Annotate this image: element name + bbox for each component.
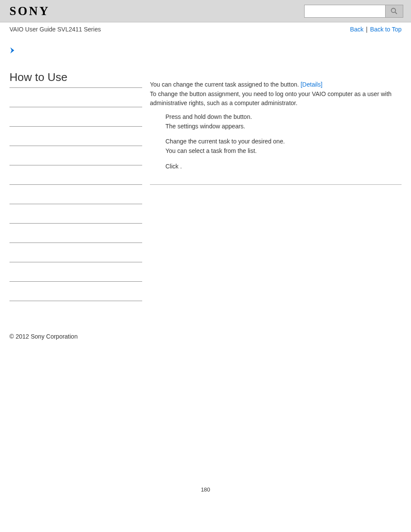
step-item: Click . [165, 162, 402, 171]
step-text: Press and hold down the [165, 113, 234, 120]
details-link[interactable]: [Details] [301, 81, 323, 88]
sidebar-divider [9, 262, 142, 262]
back-to-top-link[interactable]: Back to Top [370, 26, 402, 33]
step-text: The settings window appears. [165, 122, 402, 131]
copyright: © 2012 Sony Corporation [0, 333, 411, 340]
search-icon [390, 7, 398, 15]
page-number: 180 [0, 486, 411, 493]
main-divider [150, 184, 402, 185]
header-bar: SONY [0, 0, 411, 22]
svg-line-1 [395, 12, 397, 14]
intro-text: You can change the current task assigned… [150, 81, 280, 88]
sidebar-divider [9, 87, 142, 88]
sidebar-divider [9, 126, 142, 127]
main-content: You can change the current task assigned… [150, 54, 402, 320]
intro-text: button. [280, 81, 301, 88]
sidebar-divider [9, 281, 142, 282]
search-input[interactable] [304, 5, 385, 18]
step-text: Click [165, 163, 180, 170]
sidebar-divider [9, 204, 142, 204]
back-link[interactable]: Back [350, 26, 364, 33]
intro-paragraph: You can change the current task assigned… [150, 80, 402, 108]
sidebar: How to Use [9, 54, 142, 320]
svg-point-0 [391, 8, 395, 12]
sidebar-divider [9, 243, 142, 243]
guide-title: VAIO User Guide SVL2411 Series [9, 26, 101, 33]
sidebar-divider [9, 165, 142, 165]
top-nav-links: Back | Back to Top [350, 26, 402, 33]
step-text: You can select a task from the list. [165, 146, 402, 156]
step-text: . [180, 163, 182, 170]
search-form [304, 5, 403, 18]
sidebar-divider [9, 223, 142, 224]
nav-separator: | [364, 26, 369, 33]
step-item: Change the current task to your desired … [165, 137, 402, 156]
sidebar-divider [9, 107, 142, 107]
step-item: Press and hold down the button. The sett… [165, 112, 402, 131]
step-text: button. [234, 113, 252, 120]
sidebar-divider [9, 146, 142, 146]
content-area: How to Use You can change the current ta… [0, 54, 411, 320]
steps-list: Press and hold down the button. The sett… [150, 108, 402, 181]
chevron-right-icon [9, 47, 16, 54]
intro-line2: To change the button assignment, you nee… [150, 90, 402, 108]
step-text: Change the current task to your desired … [165, 138, 285, 145]
search-button[interactable] [385, 5, 403, 18]
sony-logo: SONY [9, 4, 50, 19]
sidebar-divider [9, 184, 142, 185]
sidebar-divider [9, 301, 142, 301]
sidebar-heading: How to Use [9, 71, 142, 84]
top-nav: VAIO User Guide SVL2411 Series Back | Ba… [0, 22, 411, 33]
